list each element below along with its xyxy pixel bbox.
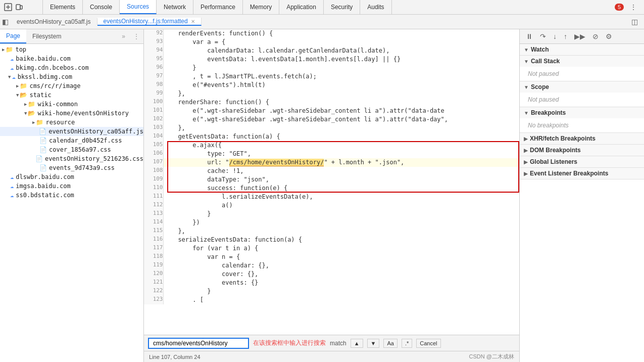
tree-item-events-css[interactable]: 📄 eventsOnHistory_5216236.css <box>0 154 143 163</box>
line-code: cover: {}, <box>163 270 519 279</box>
line-number: 109 <box>144 175 163 184</box>
tree-item-events-js[interactable]: 📄 eventsOnHistory_ca05aff.js <box>0 127 143 136</box>
tree-item-imgsa[interactable]: ☁ imgsa.baidu.com <box>0 182 143 191</box>
file-icon: 📄 <box>39 164 47 171</box>
line-number: 123 <box>144 296 163 304</box>
code-line: 112 a() <box>144 201 519 210</box>
sidebar-tab-filesystem[interactable]: Filesystem <box>26 29 67 43</box>
caret-icon: ▼ <box>16 93 19 98</box>
step-out-button[interactable]: ↑ <box>562 31 569 41</box>
cursor-position: Line 107, Column 24 <box>149 354 201 360</box>
code-content[interactable]: 92 renderEvents: function() {93 var a = … <box>144 29 519 335</box>
code-line: 105 e.ajax({ <box>144 141 519 150</box>
navigator-toggle[interactable]: ◧ <box>0 17 11 27</box>
deactivate-breakpoints-button[interactable]: ⊘ <box>590 31 601 41</box>
tab-elements[interactable]: Elements <box>43 0 83 14</box>
code-line: 98 e("#events").html(t) <box>144 81 519 89</box>
inspect-icon[interactable] <box>4 3 12 11</box>
scope-content: Not paused <box>520 93 644 107</box>
sidebar-more[interactable]: » <box>118 33 129 40</box>
tab-security[interactable]: Security <box>324 0 360 14</box>
tree-item-resource[interactable]: ▶ 📁 resource <box>0 118 143 127</box>
tree-item-wiki-common[interactable]: ▶ 📁 wiki-common <box>0 100 143 109</box>
tree-item-cms-rc[interactable]: ▶ 📁 cms/rc/r/image <box>0 81 143 91</box>
more-options-button[interactable]: ⋮ <box>628 2 639 12</box>
tree-item-bkimg[interactable]: ☁ bkimg.cdn.bcebos.com <box>0 63 143 72</box>
search-next-button[interactable]: ▼ <box>367 339 380 348</box>
tree-item-dlswbr[interactable]: ☁ dlswbr.baidu.com <box>0 172 143 182</box>
tab-console[interactable]: Console <box>83 0 120 14</box>
cloud-icon: ☁ <box>10 64 14 71</box>
line-number: 113 <box>144 210 163 218</box>
tab-performance[interactable]: Performance <box>193 0 243 14</box>
watch-header[interactable]: ▼ Watch <box>520 44 644 55</box>
sidebar-tab-page[interactable]: Page <box>0 29 26 43</box>
breakpoints-header[interactable]: ▼ Breakpoints <box>520 107 644 118</box>
code-line: 95 eventsData: l.eventsData[1.month].eve… <box>144 55 519 64</box>
subtab-file2[interactable]: eventsOnHistory...f.js:formatted ✕ <box>97 18 202 26</box>
main-container: ◧ eventsOnHistory_ca05aff.js eventsOnHis… <box>0 15 644 362</box>
show-navigator-button[interactable]: ◫ <box>629 17 640 27</box>
pause-button[interactable]: ⏸ <box>524 31 535 41</box>
code-line: 108 cache: !1, <box>144 167 519 175</box>
search-bar: 在该搜索框中输入进行搜索 match ▲ ▼ Aa .* Cancel <box>144 335 519 351</box>
step-into-button[interactable]: ↓ <box>551 31 559 41</box>
line-number: 95 <box>144 55 163 64</box>
tab-application[interactable]: Application <box>279 0 324 14</box>
tree-item-calendar-css[interactable]: 📄 calendar_d0b452f.css <box>0 136 143 145</box>
line-code: . [ <box>163 296 519 304</box>
scope-section: ▼ Scope Not paused <box>520 81 644 107</box>
line-code: type: "GET", <box>163 150 519 158</box>
tree-item-baike[interactable]: ☁ baike.baidu.com <box>0 54 143 63</box>
tree-item-bkssl[interactable]: ▼ ☁ bkssl.bdimg.com <box>0 72 143 81</box>
global-listeners-header[interactable]: ▶ Global Listeners <box>520 156 644 167</box>
search-input[interactable] <box>148 338 249 349</box>
caret-icon: ▼ <box>24 111 27 116</box>
event-listener-section: ▶ Event Listener Breakpoints <box>520 168 644 179</box>
tree-item-events2-css[interactable]: 📄 events_9d743a9.css <box>0 163 143 172</box>
tree-item-top[interactable]: ▶ 📁 top <box>0 45 143 54</box>
call-stack-header[interactable]: ▼ Call Stack <box>520 56 644 67</box>
sidebar-menu[interactable]: ⋮ <box>129 33 143 40</box>
line-code: calendarData: l.calendar.getCanlendarDat… <box>163 47 519 55</box>
tree-item-cover-css[interactable]: 📄 cover_1856a97.css <box>0 145 143 154</box>
line-code: events: {} <box>163 279 519 287</box>
device-icon[interactable] <box>15 3 23 11</box>
resume-button[interactable]: ▶▶ <box>572 31 587 41</box>
tree-item-ss0[interactable]: ☁ ss0.bdstatic.com <box>0 191 143 200</box>
regex-button[interactable]: .* <box>402 339 412 348</box>
line-number: 96 <box>144 64 163 72</box>
line-code: , t = l.JSmartTPL.events.fetch(a); <box>163 72 519 81</box>
tab-audits[interactable]: Audits <box>360 0 391 14</box>
tab-sources[interactable]: Sources <box>120 0 157 14</box>
sidebar-tree: ▶ 📁 top ☁ baike.baidu.com ☁ bkimg.cdn.bc… <box>0 44 143 362</box>
watch-section: ▼ Watch <box>520 44 644 56</box>
step-over-button[interactable]: ↷ <box>538 31 548 41</box>
line-number: 102 <box>144 115 163 124</box>
line-number: 112 <box>144 201 163 210</box>
line-code: getEventsData: function(a) { <box>163 132 519 141</box>
arrow-right-icon: ▶ <box>524 136 528 142</box>
search-prev-button[interactable]: ▲ <box>351 339 363 348</box>
code-line: 117 for (var t in a) { <box>144 244 519 253</box>
arrow-down-icon: ▼ <box>524 110 529 116</box>
line-code: } <box>163 210 519 218</box>
scope-header[interactable]: ▼ Scope <box>520 81 644 93</box>
match-case-button[interactable]: Aa <box>383 339 397 348</box>
subtab-close[interactable]: ✕ <box>191 19 195 24</box>
settings-button[interactable]: ⚙ <box>604 31 614 41</box>
xhr-header[interactable]: ▶ XHR/fetch Breakpoints <box>520 133 644 144</box>
event-listener-header[interactable]: ▶ Event Listener Breakpoints <box>520 168 644 179</box>
line-number: 114 <box>144 218 163 227</box>
dom-header[interactable]: ▶ DOM Breakpoints <box>520 145 644 156</box>
subtab-file1[interactable]: eventsOnHistory_ca05aff.js <box>11 18 97 25</box>
code-line: 102 e(".wgt-shareSidebar .wgt-shareSideb… <box>144 115 519 124</box>
xhr-section: ▶ XHR/fetch Breakpoints <box>520 133 644 145</box>
tab-memory[interactable]: Memory <box>243 0 279 14</box>
cloud-open-icon: ☁ <box>12 73 15 80</box>
arrow-down-icon: ▼ <box>524 47 529 53</box>
tree-item-wiki-home[interactable]: ▼ 📂 wiki-home/eventsOnHistory <box>0 109 143 118</box>
cancel-search-button[interactable]: Cancel <box>416 339 440 348</box>
tab-network[interactable]: Network <box>157 0 193 14</box>
tree-item-static[interactable]: ▼ 📂 static <box>0 91 143 100</box>
